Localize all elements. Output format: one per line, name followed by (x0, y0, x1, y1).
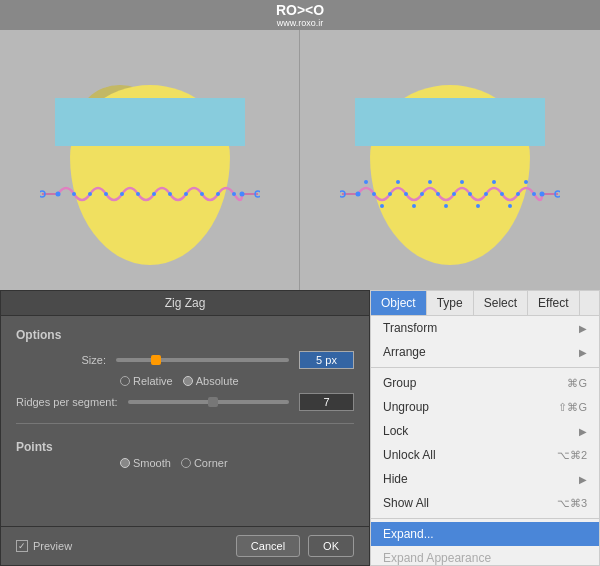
ridges-input[interactable] (299, 393, 354, 411)
wave-left (40, 178, 260, 214)
smooth-corner-row: Smooth Corner (16, 457, 354, 469)
menu-item-expand[interactable]: Expand... (371, 522, 599, 546)
svg-point-34 (460, 180, 464, 184)
svg-point-27 (404, 192, 408, 196)
preview-section: Preview (16, 540, 72, 552)
smooth-radio[interactable] (120, 458, 130, 468)
menu-item-arrange[interactable]: Arrange ▶ (371, 340, 599, 364)
smooth-corner-group: Smooth Corner (120, 457, 228, 469)
options-label: Options (16, 328, 354, 342)
canvas-panels (0, 0, 600, 290)
show-all-label: Show All (383, 496, 429, 510)
logo-url: www.roxo.ir (277, 18, 324, 28)
tab-select[interactable]: Select (474, 291, 528, 315)
svg-point-23 (372, 192, 376, 196)
absolute-radio[interactable] (183, 376, 193, 386)
tab-effect[interactable]: Effect (528, 291, 579, 315)
corner-radio[interactable] (181, 458, 191, 468)
svg-point-30 (428, 180, 432, 184)
menu-item-expand-appearance: Expand Appearance (371, 546, 599, 565)
tab-type[interactable]: Type (427, 291, 474, 315)
transform-arrow: ▶ (579, 323, 587, 334)
corner-option[interactable]: Corner (181, 457, 228, 469)
menu-item-ungroup[interactable]: Ungroup ⇧⌘G (371, 395, 599, 419)
ok-button[interactable]: OK (308, 535, 354, 557)
ridges-row: Ridges per segment: (16, 393, 354, 411)
zigzag-dialog: Zig Zag Options Size: (0, 290, 370, 566)
svg-point-21 (356, 192, 361, 197)
size-input[interactable] (299, 351, 354, 369)
absolute-label: Absolute (196, 375, 239, 387)
svg-point-16 (239, 192, 244, 197)
size-slider-track[interactable] (116, 358, 289, 362)
tab-object[interactable]: Object (371, 291, 427, 315)
ridges-slider-track[interactable] (128, 400, 290, 404)
preview-checkbox[interactable] (16, 540, 28, 552)
svg-point-43 (532, 192, 536, 196)
smooth-option[interactable]: Smooth (120, 457, 171, 469)
svg-point-6 (88, 192, 92, 196)
svg-point-38 (492, 180, 496, 184)
hide-label: Hide (383, 472, 408, 486)
expand-appearance-label: Expand Appearance (383, 551, 491, 565)
svg-point-24 (380, 204, 384, 208)
svg-point-39 (500, 192, 504, 196)
ungroup-label: Ungroup (383, 400, 429, 414)
hide-arrow: ▶ (579, 474, 587, 485)
ridges-slider-thumb (208, 397, 218, 407)
ungroup-shortcut: ⇧⌘G (558, 401, 587, 414)
relative-radio-group: Relative Absolute (120, 375, 239, 387)
group-label: Group (383, 376, 416, 390)
cancel-button[interactable]: Cancel (236, 535, 300, 557)
smooth-label: Smooth (133, 457, 171, 469)
svg-point-5 (72, 192, 76, 196)
dialog-buttons: Cancel OK (236, 535, 354, 557)
size-slider-thumb (151, 355, 161, 365)
svg-point-10 (152, 192, 156, 196)
points-label: Points (16, 440, 354, 454)
svg-point-15 (232, 192, 236, 196)
relative-radio[interactable] (120, 376, 130, 386)
relative-option[interactable]: Relative (120, 375, 173, 387)
menu-item-group[interactable]: Group ⌘G (371, 371, 599, 395)
canvas-left (0, 30, 300, 290)
separator-2 (371, 518, 599, 519)
svg-point-11 (168, 192, 172, 196)
group-shortcut: ⌘G (567, 377, 587, 390)
dialog-body: Options Size: Relative (1, 316, 369, 526)
svg-point-28 (412, 204, 416, 208)
preview-label: Preview (33, 540, 72, 552)
svg-point-36 (476, 204, 480, 208)
lock-arrow: ▶ (579, 426, 587, 437)
svg-point-32 (444, 204, 448, 208)
svg-point-41 (516, 192, 520, 196)
svg-point-8 (120, 192, 124, 196)
separator-1 (371, 367, 599, 368)
svg-point-35 (468, 192, 472, 196)
canvas-area: RO><O www.roxo.ir (0, 0, 600, 290)
section-divider (16, 423, 354, 424)
svg-point-31 (436, 192, 440, 196)
svg-point-9 (136, 192, 140, 196)
menu-item-unlock-all[interactable]: Unlock All ⌥⌘2 (371, 443, 599, 467)
wave-right (340, 178, 560, 214)
menu-item-transform[interactable]: Transform ▶ (371, 316, 599, 340)
absolute-option[interactable]: Absolute (183, 375, 239, 387)
ribbon-left (55, 98, 245, 146)
menu-item-hide[interactable]: Hide ▶ (371, 467, 599, 491)
svg-point-12 (184, 192, 188, 196)
arrange-arrow: ▶ (579, 347, 587, 358)
dialog-title: Zig Zag (1, 291, 369, 316)
options-section: Options Size: Relative (16, 328, 354, 411)
relative-label: Relative (133, 375, 173, 387)
size-label: Size: (16, 354, 106, 366)
svg-point-33 (452, 192, 456, 196)
canvas-right (300, 30, 600, 290)
svg-point-25 (388, 192, 392, 196)
svg-point-26 (396, 180, 400, 184)
menu-item-show-all[interactable]: Show All ⌥⌘3 (371, 491, 599, 515)
menu-panel: Object Type Select Effect Transform ▶ Ar… (370, 290, 600, 566)
size-row: Size: (16, 351, 354, 369)
logo-icon: RO><O (276, 2, 324, 18)
menu-item-lock[interactable]: Lock ▶ (371, 419, 599, 443)
